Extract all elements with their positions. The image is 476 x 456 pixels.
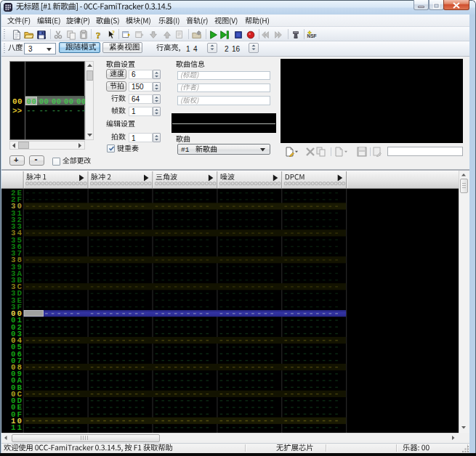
svg-text:?: ?	[111, 30, 114, 36]
svg-text:NSF: NSF	[307, 33, 316, 38]
svg-text:?: ?	[96, 30, 101, 40]
svg-text:11: 11	[11, 423, 23, 432]
